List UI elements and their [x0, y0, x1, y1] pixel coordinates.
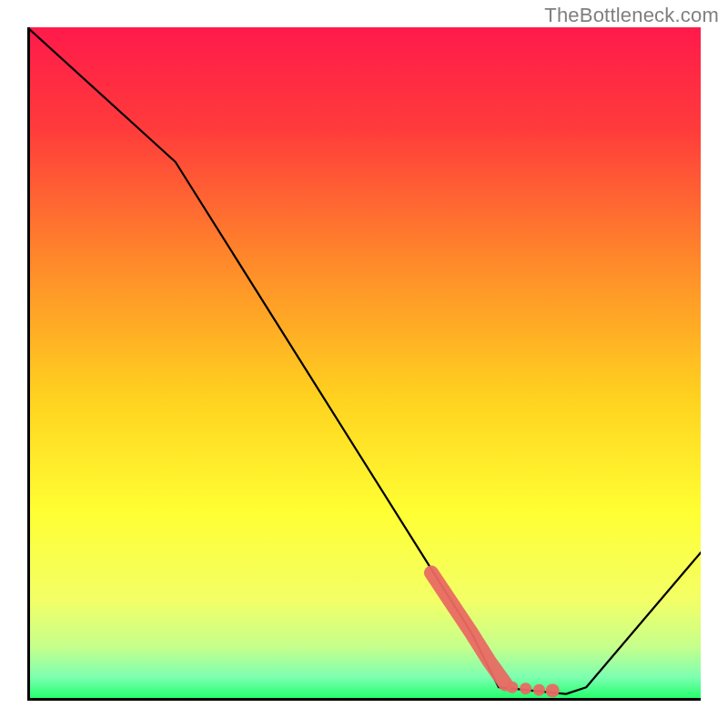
- watermark-text: TheBottleneck.com: [544, 4, 719, 27]
- svg-point-3: [533, 684, 545, 696]
- chart-container: TheBottleneck.com: [0, 0, 728, 728]
- bottleneck-curve: [27, 27, 701, 694]
- plot-area: [27, 27, 701, 701]
- svg-point-2: [520, 682, 531, 694]
- optimal-range-highlight: [431, 572, 560, 697]
- svg-point-4: [546, 683, 560, 697]
- data-overlay: [27, 27, 701, 701]
- svg-point-1: [506, 682, 518, 693]
